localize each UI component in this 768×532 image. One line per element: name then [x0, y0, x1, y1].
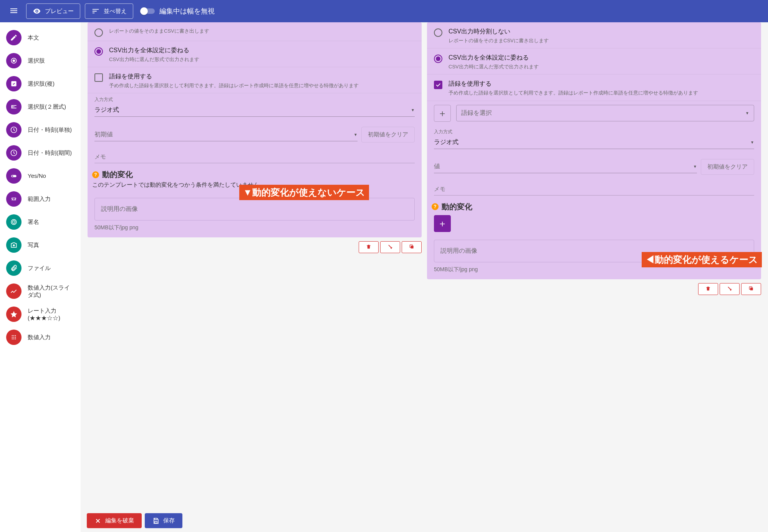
- discard-label: 編集を破棄: [105, 517, 134, 524]
- clear-initial-button[interactable]: 初期値をクリア: [361, 127, 415, 143]
- option-label: CSV出力時分割しない: [449, 28, 549, 36]
- dynamic-change-title: 動的変化: [102, 169, 133, 180]
- sidebar-item-choice[interactable]: 選択肢: [0, 49, 81, 72]
- sort-button[interactable]: 並べ替え: [85, 3, 133, 19]
- save-button[interactable]: 保存: [145, 513, 182, 528]
- sidebar-item-datetime-range[interactable]: 日付・時刻(期間): [0, 141, 81, 164]
- camera-icon: [6, 237, 22, 253]
- csv-global-option[interactable]: CSV出力を全体設定に委ねる CSV出力時に選んだ形式で出力されます: [427, 48, 761, 75]
- memo-field[interactable]: メモ: [88, 147, 422, 166]
- card-actions-right: [427, 282, 761, 298]
- choice-card-left[interactable]: レポートの値をそのままCSVに書き出します CSV出力を全体設定に委ねる CSV…: [88, 22, 422, 237]
- save-label: 保存: [163, 517, 175, 524]
- clear-initial-button[interactable]: 初期値をクリア: [701, 159, 754, 175]
- sidebar-item-choice-2tier[interactable]: 選択肢(２層式): [0, 95, 81, 118]
- field-caption: 入力方式: [434, 129, 754, 135]
- copy-button[interactable]: [741, 283, 761, 295]
- image-upload-zone[interactable]: 説明用の画像: [434, 240, 754, 262]
- svg-point-0: [36, 10, 38, 12]
- csv-split-none-option[interactable]: CSV出力時分割しない レポートの値をそのままCSVに書き出します: [427, 22, 761, 48]
- radio-selected-icon: [434, 55, 442, 63]
- sidebar-item-photo[interactable]: 写真: [0, 234, 81, 257]
- svg-point-10: [13, 244, 15, 246]
- footer-bar: 編集を破棄 保存: [81, 509, 768, 532]
- toggle-icon: [6, 168, 22, 184]
- svg-point-2: [13, 60, 15, 62]
- option-desc: レポートの値をそのままCSVに書き出します: [449, 37, 549, 44]
- image-placeholder: 説明用の画像: [101, 206, 138, 212]
- svg-point-7: [12, 176, 13, 177]
- svg-point-15: [13, 337, 15, 338]
- save-icon: [152, 517, 159, 524]
- sidebar-item-label: 写真: [28, 241, 39, 249]
- copy-button[interactable]: [402, 241, 422, 253]
- initial-value-select[interactable]: 値 ▼: [434, 160, 697, 173]
- clock-icon: [6, 122, 22, 138]
- sidebar-item-choice-multi[interactable]: 選択肢(複): [0, 72, 81, 95]
- csv-split-none-option[interactable]: レポートの値をそのままCSVに書き出します: [88, 22, 422, 41]
- sort-label: 並べ替え: [104, 8, 127, 15]
- sidebar: 本文 選択肢 選択肢(複) 選択肢(２層式) 日付・時刻(単独) 日付・時刻(期…: [0, 22, 81, 532]
- sidebar-item-label: 選択肢: [28, 57, 45, 65]
- close-icon: [94, 517, 101, 524]
- sidebar-item-range[interactable]: 範囲入力: [0, 187, 81, 210]
- sidebar-item-rate[interactable]: レート入力 (★★★☆☆): [0, 303, 81, 326]
- dynamic-change-message: このテンプレートでは動的変化をつかう条件を満たしていません: [88, 181, 422, 194]
- card-actions-left: [88, 240, 422, 256]
- input-method-field[interactable]: 入力方式 ラジオ式 ▼: [427, 126, 761, 154]
- add-glossary-button[interactable]: ＋: [434, 105, 451, 122]
- image-upload-zone[interactable]: 説明用の画像: [94, 198, 415, 220]
- clock-icon: [6, 145, 22, 161]
- initial-value-select[interactable]: 初期値 ▼: [94, 128, 358, 141]
- svg-point-19: [15, 338, 16, 340]
- sidebar-item-label: 署名: [28, 218, 39, 226]
- topbar: プレビュー 並べ替え 編集中は幅を無視: [0, 0, 768, 22]
- delete-button[interactable]: [359, 241, 379, 253]
- sidebar-item-label: 日付・時刻(期間): [28, 149, 72, 157]
- settings-button[interactable]: [720, 283, 740, 295]
- input-method-field[interactable]: 入力方式 ラジオ式 ▼: [88, 93, 422, 122]
- sidebar-item-label: 選択肢(複): [28, 80, 55, 88]
- help-icon[interactable]: ?: [92, 171, 99, 178]
- sidebar-item-label: 日付・時刻(単独): [28, 126, 72, 134]
- field-value: ラジオ式: [434, 138, 458, 146]
- option-label: CSV出力を全体設定に委ねる: [449, 54, 539, 62]
- option-label: 語録を使用する: [449, 80, 698, 88]
- sidebar-item-signature[interactable]: 署名: [0, 210, 81, 234]
- placeholder: 語録を選択: [461, 109, 492, 117]
- placeholder: 初期値: [94, 131, 113, 139]
- checkbox-checked-icon: [434, 81, 442, 89]
- option-desc: レポートの値をそのままCSVに書き出します: [109, 28, 209, 35]
- csv-global-option[interactable]: CSV出力を全体設定に委ねる CSV出力時に選んだ形式で出力されます: [88, 41, 422, 67]
- help-icon[interactable]: ?: [432, 203, 439, 210]
- preview-button[interactable]: プレビュー: [26, 3, 80, 19]
- svg-point-9: [11, 219, 16, 224]
- sidebar-item-yesno[interactable]: Yes/No: [0, 164, 81, 187]
- memo-label: メモ: [434, 186, 754, 196]
- choice-card-right[interactable]: CSV出力時分割しない レポートの値をそのままCSVに書き出します CSV出力を…: [427, 22, 761, 279]
- add-dynamic-rule-button[interactable]: ＋: [434, 215, 451, 232]
- sidebar-item-file[interactable]: ファイル: [0, 257, 81, 280]
- copy-icon: [748, 286, 754, 291]
- sidebar-item-number[interactable]: 数値入力: [0, 326, 81, 349]
- chart-icon: [6, 283, 22, 299]
- hamburger-menu-button[interactable]: [6, 3, 22, 20]
- right-column: CSV出力時分割しない レポートの値をそのままCSVに書き出します CSV出力を…: [427, 22, 761, 501]
- sidebar-item-body[interactable]: 本文: [0, 26, 81, 49]
- range-icon: [6, 191, 22, 207]
- sidebar-item-label: 選択肢(２層式): [28, 103, 66, 111]
- image-note: 50MB以下/jpg png: [88, 224, 422, 237]
- ignore-width-toggle[interactable]: 編集中は幅を無視: [141, 7, 215, 16]
- sidebar-item-datetime-single[interactable]: 日付・時刻(単独): [0, 118, 81, 141]
- pencil-icon: [6, 30, 22, 45]
- use-glossary-option[interactable]: 語録を使用する 予め作成した語録を選択肢として利用できます。語録はレポート作成時…: [88, 67, 422, 93]
- delete-button[interactable]: [698, 283, 718, 295]
- sidebar-item-slider[interactable]: 数値入力(スライダ式): [0, 280, 81, 303]
- svg-rect-20: [411, 246, 414, 249]
- use-glossary-option[interactable]: 語録を使用する 予め作成した語録を選択肢として利用できます。語録はレポート作成時…: [427, 75, 761, 101]
- memo-field[interactable]: メモ: [427, 179, 761, 199]
- settings-button[interactable]: [380, 241, 400, 253]
- discard-button[interactable]: 編集を破棄: [87, 513, 142, 528]
- glossary-select[interactable]: 語録を選択 ▼: [456, 105, 754, 121]
- svg-point-17: [12, 338, 13, 340]
